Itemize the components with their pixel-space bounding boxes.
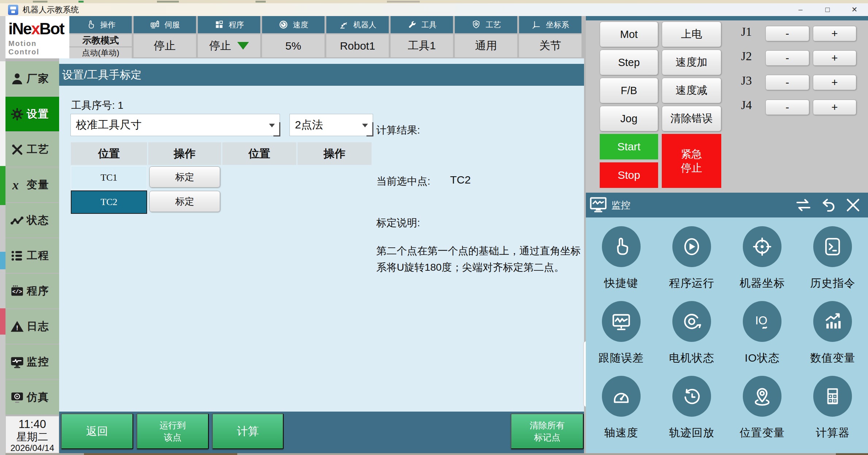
j3-minus-button[interactable]: -	[765, 75, 809, 90]
speed-down-button[interactable]: 速度减	[662, 78, 721, 103]
shortcut-motor-status[interactable]: 电机状态	[656, 298, 727, 373]
program-state-value[interactable]: 停止	[210, 38, 231, 53]
j4-plus-button[interactable]: +	[813, 100, 856, 115]
clear-all-marks-button[interactable]: 清除所有 标记点	[511, 413, 584, 449]
shortcut-track-replay[interactable]: 轨迹回放	[656, 373, 727, 448]
shield-icon	[471, 20, 481, 30]
toolbar-col-operation[interactable]: 操作 示教模式 点动(单动)	[69, 16, 132, 58]
right-panel: Mot 上电 Step 速度加 F/B 速度减 Jog 清除错误 Start S…	[586, 16, 868, 453]
sidebar-item-label: 程序	[27, 284, 49, 298]
toolbar-col-speed[interactable]: 速度 5%	[262, 16, 324, 58]
j1-minus-button[interactable]: -	[765, 26, 809, 41]
chevron-down-icon	[362, 124, 368, 127]
sidebar-item-status[interactable]: 状态	[5, 203, 59, 238]
run-to-point-button[interactable]: 运行到 该点	[137, 413, 209, 449]
table-row-tc1[interactable]: TC1	[71, 166, 147, 189]
program-run-indicator-icon[interactable]	[237, 42, 249, 50]
j1-plus-button[interactable]: +	[813, 26, 856, 41]
clear-error-button[interactable]: 清除错误	[662, 106, 721, 131]
toolbar-col-program[interactable]: 程序 停止	[198, 16, 260, 58]
clock-date: 2026/04/14	[6, 443, 59, 453]
svg-text:x: x	[12, 178, 19, 192]
shortcut-numeric-variables[interactable]: 数值变量	[798, 298, 868, 373]
calibrate-tc2-button[interactable]: 标定	[149, 191, 220, 212]
terminal-icon	[822, 236, 843, 257]
coord-value[interactable]: 关节	[519, 34, 581, 57]
shortcut-follow-error[interactable]: 跟随误差	[586, 298, 656, 373]
sidebar-item-settings[interactable]: 设置	[5, 97, 59, 131]
table-header-position-2: 位置	[222, 142, 296, 165]
undo-icon[interactable]	[819, 196, 837, 214]
shortcut-label: 轨迹回放	[669, 425, 714, 440]
sidebar-item-craft[interactable]: 工艺	[5, 132, 59, 167]
back-button[interactable]: 返回	[61, 413, 133, 449]
speed-up-button[interactable]: 速度加	[662, 50, 721, 75]
close-button[interactable]: ✕	[841, 3, 868, 16]
shortcut-program-run[interactable]: 程序运行	[656, 223, 727, 298]
sidebar-nav: 厂家 设置 工艺 x 变量 状态 工程 </> 程序 ! 日志 监控 仿真	[5, 61, 59, 415]
shortcut-label: 电机状态	[669, 351, 714, 366]
step-button[interactable]: Step	[600, 50, 658, 75]
points-method-select[interactable]: 2点法	[289, 114, 373, 136]
shortcut-calculator[interactable]: 计算器	[798, 373, 868, 448]
brand-logo: iNexBot Motion Control	[5, 16, 69, 58]
hand-icon	[86, 20, 96, 30]
j2-plus-button[interactable]: +	[813, 50, 856, 66]
sidebar-item-monitor[interactable]: 监控	[5, 344, 59, 379]
stop-button[interactable]: Stop	[600, 162, 658, 188]
jog-button[interactable]: Jog	[600, 106, 658, 131]
j4-minus-button[interactable]: -	[765, 100, 809, 115]
servo-state-value[interactable]: 停止	[134, 34, 196, 57]
swap-icon[interactable]	[794, 196, 813, 214]
toolbar-label: 程序	[229, 20, 244, 30]
maximize-button[interactable]: □	[814, 3, 841, 16]
speed-value[interactable]: 5%	[262, 34, 324, 57]
fb-button[interactable]: F/B	[600, 78, 658, 103]
sidebar-item-simulation[interactable]: 仿真	[5, 380, 59, 414]
calculator-icon	[822, 386, 843, 407]
emergency-stop-button[interactable]: 紧急 停止	[662, 134, 721, 188]
breadcrumb: 设置/工具手标定	[59, 64, 584, 86]
close-icon[interactable]	[844, 196, 862, 214]
toolbar-col-coord[interactable]: 坐标系 关节	[519, 16, 581, 58]
jog-mode-value[interactable]: 点动(单动)	[69, 47, 132, 58]
sidebar-item-variables[interactable]: x 变量	[5, 167, 59, 202]
shortcut-hotkeys[interactable]: 快捷键	[586, 223, 656, 298]
toolbar-col-robot[interactable]: 机器人 Robot1	[326, 16, 389, 58]
speedometer-icon	[611, 386, 632, 407]
j2-minus-button[interactable]: -	[765, 50, 809, 66]
shortcut-io-status[interactable]: IO IO状态	[727, 298, 798, 373]
right-panel-top-strip	[586, 16, 868, 20]
minimize-button[interactable]: –	[787, 3, 814, 16]
table-row-tc2-selected[interactable]: TC2	[71, 190, 147, 214]
power-on-button[interactable]: 上电	[662, 22, 721, 47]
mot-button[interactable]: Mot	[600, 22, 658, 47]
shortcut-position-variables[interactable]: 位置变量	[727, 373, 798, 448]
tool-value[interactable]: 工具1	[391, 34, 453, 57]
sidebar-item-project[interactable]: 工程	[5, 238, 59, 273]
sidebar-item-program[interactable]: </> 程序	[5, 274, 59, 308]
toolbar-col-tool[interactable]: 工具 工具1	[391, 16, 453, 58]
play-icon	[681, 236, 702, 257]
window-titlebar: 机器人示教系统 – □ ✕	[0, 3, 868, 16]
craft-value[interactable]: 通用	[455, 34, 517, 57]
shortcut-history-commands[interactable]: 历史指令	[798, 223, 868, 298]
calibration-method-select[interactable]: 校准工具尺寸	[70, 114, 280, 136]
calibrate-tc1-button[interactable]: 标定	[149, 166, 220, 188]
person-icon	[8, 72, 27, 86]
j3-plus-button[interactable]: +	[813, 75, 856, 90]
shortcut-machine-coords[interactable]: 机器坐标	[727, 223, 798, 298]
sidebar-item-factory[interactable]: 厂家	[5, 61, 59, 96]
current-point-label: 当前选中点:	[376, 174, 430, 188]
status-toolbar: 操作 示教模式 点动(单动) 伺服 停止 程序 停止 速度 5% 机器人 Rob…	[69, 16, 584, 58]
shortcut-label: 轴速度	[604, 425, 638, 440]
calculate-button[interactable]: 计算	[212, 413, 284, 449]
toolbar-col-servo[interactable]: 伺服 停止	[134, 16, 196, 58]
start-button[interactable]: Start	[600, 134, 658, 159]
toolbar-col-craft[interactable]: 工艺 通用	[455, 16, 517, 58]
robot-value[interactable]: Robot1	[326, 34, 389, 57]
sidebar-item-log[interactable]: ! 日志	[5, 309, 59, 344]
robot-arm-icon	[339, 20, 349, 30]
teach-mode-value[interactable]: 示教模式	[69, 34, 132, 46]
shortcut-axis-speed[interactable]: 轴速度	[586, 373, 656, 448]
